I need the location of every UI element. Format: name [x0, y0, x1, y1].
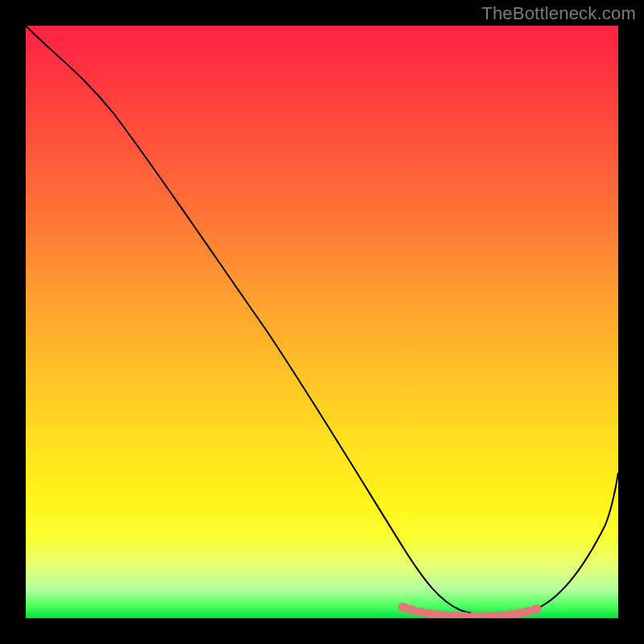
plot-area	[26, 26, 618, 618]
curve-layer	[26, 26, 618, 618]
bottleneck-curve	[26, 26, 618, 616]
flat-band-highlight	[402, 607, 538, 617]
chart-frame: TheBottleneck.com	[0, 0, 644, 644]
watermark-text: TheBottleneck.com	[481, 3, 636, 24]
